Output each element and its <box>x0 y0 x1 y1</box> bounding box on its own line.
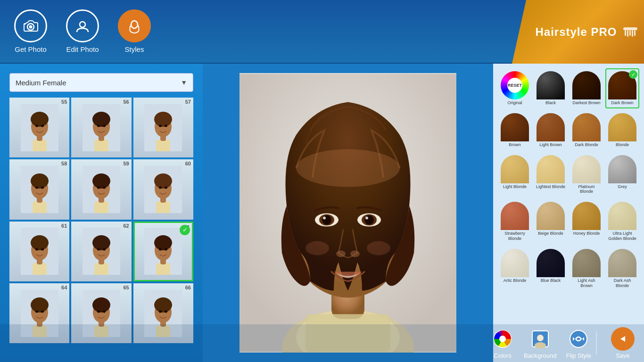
color-label-blonde: Blonde <box>616 142 629 148</box>
svg-point-84 <box>92 297 110 313</box>
color-item-brown[interactable]: Brown <box>498 110 532 150</box>
flip-style-button[interactable]: Flip Style <box>566 327 591 359</box>
color-label-honey-blonde: Honey Blonde <box>573 231 600 236</box>
nav-get-photo[interactable]: Get Photo <box>14 9 47 53</box>
color-swatch-brown <box>501 113 529 141</box>
nav-edit-photo[interactable]: Edit Photo <box>66 9 99 53</box>
svg-point-70 <box>154 235 172 250</box>
color-label-strawberry-blonde: Strawberry Blonde <box>500 231 530 241</box>
style-number: 56 <box>123 99 129 105</box>
color-item-grey[interactable]: Grey <box>605 152 639 197</box>
color-swatch-dark-blonde <box>572 113 601 141</box>
style-thumbnail <box>21 104 58 151</box>
save-button[interactable]: Save <box>611 327 635 359</box>
color-label-blue-black: Blue Black <box>541 278 561 283</box>
svg-point-110 <box>305 241 329 255</box>
svg-point-64 <box>97 248 100 251</box>
color-item-artic-blonde[interactable]: Artic Blonde <box>498 246 532 291</box>
svg-point-15 <box>35 124 38 127</box>
svg-point-111 <box>367 241 390 255</box>
style-item[interactable]: 62 <box>71 222 131 281</box>
svg-point-16 <box>41 124 44 127</box>
color-item-light-blonde[interactable]: Light Blonde <box>498 152 532 197</box>
colors-button[interactable]: Colors <box>491 327 514 359</box>
svg-point-14 <box>31 112 49 127</box>
color-item-ultra-light[interactable]: Ultra Light Golden Blonde <box>605 199 639 244</box>
color-item-strawberry-blonde[interactable]: Strawberry Blonde <box>498 199 532 244</box>
svg-rect-4 <box>623 27 637 30</box>
color-selected-check: ✓ <box>629 70 637 79</box>
svg-point-86 <box>103 310 106 313</box>
style-item[interactable]: 60 <box>133 159 193 219</box>
style-item[interactable]: 61 <box>9 222 69 281</box>
svg-point-35 <box>31 173 49 189</box>
svg-rect-9 <box>634 30 636 36</box>
svg-point-49 <box>154 173 172 189</box>
color-label-light-ash-brown: Light Ash Brown <box>571 278 602 288</box>
svg-point-21 <box>92 112 110 127</box>
style-item[interactable]: 58 <box>9 159 69 219</box>
color-swatch-blue-black <box>537 249 565 277</box>
color-label-dark-ash-blonde: Dark Ash Blonde <box>607 278 637 288</box>
style-item[interactable]: 57 <box>133 98 193 157</box>
color-item-honey-blonde[interactable]: Honey Blonde <box>570 199 603 244</box>
style-thumbnail <box>83 166 120 213</box>
color-label-ultra-light: Ultra Light Golden Blonde <box>607 231 637 241</box>
nav-styles[interactable]: Styles <box>118 9 151 53</box>
svg-point-28 <box>154 112 172 127</box>
color-item-dark-blonde[interactable]: Dark Blonde <box>570 110 603 150</box>
style-category-dropdown[interactable]: Medium Female ▼ <box>9 73 193 92</box>
color-item-light-brown[interactable]: Light Brown <box>534 110 568 150</box>
photo-face-svg <box>239 73 456 353</box>
style-item[interactable]: 55 <box>9 98 69 157</box>
color-swatch-light-ash-brown <box>572 249 601 277</box>
style-thumbnail <box>21 166 58 213</box>
style-number: 59 <box>123 161 129 166</box>
comb-icon <box>621 23 640 41</box>
color-label-beige-blonde: Beige Blonde <box>538 231 563 236</box>
svg-rect-18 <box>94 140 108 151</box>
color-item-lightest-blonde[interactable]: Lightest Blonde <box>534 152 568 197</box>
style-number: 66 <box>185 285 191 290</box>
background-button[interactable]: Background <box>524 327 556 359</box>
svg-point-36 <box>35 187 38 189</box>
color-item-blonde[interactable]: Blonde <box>605 110 639 150</box>
svg-point-108 <box>336 251 346 257</box>
style-number: 61 <box>61 223 67 229</box>
style-number: 57 <box>185 99 191 105</box>
color-item-dark-ash-blonde[interactable]: Dark Ash Blonde <box>605 246 639 291</box>
svg-point-65 <box>103 248 106 251</box>
color-label-dark-brown: Dark Brown <box>611 100 633 106</box>
color-label-darkest-brown: Darkest Brown <box>572 100 600 106</box>
svg-point-23 <box>103 124 106 127</box>
color-item-light-ash-brown[interactable]: Light Ash Brown <box>570 246 603 291</box>
color-item-reset[interactable]: RESET Original <box>498 68 532 108</box>
color-item-blue-black[interactable]: Blue Black <box>534 246 568 291</box>
svg-rect-60 <box>94 263 108 275</box>
svg-rect-8 <box>632 30 633 37</box>
style-item[interactable]: 59 <box>71 159 131 219</box>
color-item-darkest-brown[interactable]: Darkest Brown <box>570 68 603 108</box>
color-label-brown: Brown <box>509 142 521 148</box>
color-swatch-ultra-light <box>608 202 636 230</box>
color-label-light-brown: Light Brown <box>539 142 562 148</box>
style-item[interactable]: 56 <box>71 98 131 157</box>
svg-rect-39 <box>94 201 108 213</box>
style-item[interactable]: 63 ✓ <box>133 222 193 281</box>
color-item-dark-brown[interactable]: Dark Brown ✓ <box>605 68 639 108</box>
color-item-black[interactable]: Black <box>534 68 568 108</box>
svg-rect-6 <box>627 30 628 37</box>
svg-rect-25 <box>156 140 170 151</box>
colors-icon <box>491 327 514 351</box>
dropdown-chevron-icon: ▼ <box>181 79 187 86</box>
style-number: 64 <box>61 285 67 290</box>
background-icon-svg <box>531 329 550 348</box>
color-item-beige-blonde[interactable]: Beige Blonde <box>534 199 568 244</box>
style-thumbnail <box>21 228 58 275</box>
color-item-platinum-blonde[interactable]: Platinum Blonde <box>570 152 603 197</box>
svg-point-51 <box>165 187 167 189</box>
color-swatch-strawberry-blonde <box>501 202 529 230</box>
photo-container <box>239 73 456 353</box>
svg-point-114 <box>499 336 506 342</box>
background-label: Background <box>524 352 556 359</box>
